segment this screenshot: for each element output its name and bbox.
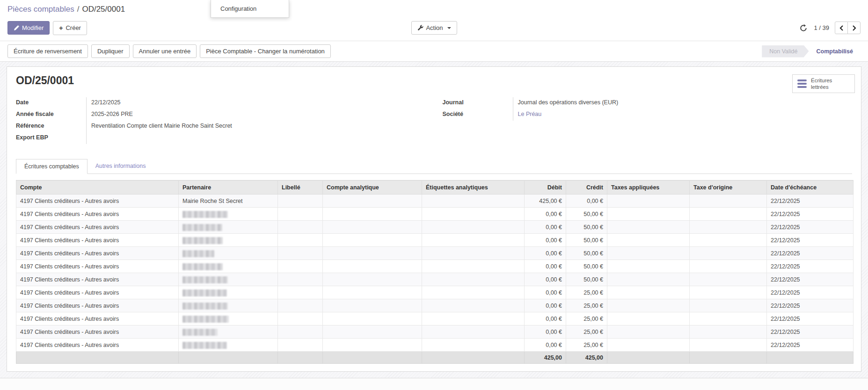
cell-taxes-appliquees: [607, 273, 690, 286]
cell-date-echeance: 22/12/2025: [767, 312, 853, 325]
table-row[interactable]: 4197 Clients créditeurs - Autres avoirsM…: [16, 195, 853, 208]
cell-partenaire: Mairie Roche St Secret: [179, 195, 278, 208]
cell-etiquettes-analytiques: [422, 312, 525, 325]
cell-debit: 0,00 €: [525, 299, 566, 312]
create-button[interactable]: + Créer: [53, 21, 87, 35]
cell-taxe-origine: [690, 208, 767, 221]
redacted-partner: [182, 316, 229, 323]
tab-1[interactable]: Autres informations: [88, 159, 154, 174]
configuration-dropdown-menu: Configuration: [211, 0, 289, 18]
cell-taxe-origine: [690, 247, 767, 260]
modify-button[interactable]: Modifier: [7, 21, 50, 35]
redacted-partner: [182, 329, 218, 336]
total-cell-taxe-origine: [690, 352, 767, 364]
field-value-link[interactable]: Le Préau: [513, 109, 853, 121]
column-header-debit[interactable]: Débit: [525, 181, 566, 195]
statusbar-action-button-3[interactable]: Pièce Comptable - Changer la numérotatio…: [200, 44, 331, 58]
cell-debit: 0,00 €: [525, 273, 566, 286]
cell-compte-analytique: [323, 260, 422, 273]
field-groups: Date22/12/2025Année fiscale2025-2026 PRE…: [16, 97, 852, 144]
lettered-entries-stat-button[interactable]: Écritures lettrées: [792, 74, 855, 93]
cell-debit: 0,00 €: [525, 208, 566, 221]
column-header-credit[interactable]: Crédit: [566, 181, 607, 195]
table-row[interactable]: 4197 Clients créditeurs - Autres avoirs0…: [16, 221, 853, 234]
cell-libelle: [278, 195, 323, 208]
cell-compte: 4197 Clients créditeurs - Autres avoirs: [16, 234, 179, 247]
table-row[interactable]: 4197 Clients créditeurs - Autres avoirs0…: [16, 273, 853, 286]
cell-credit: 25,00 €: [566, 299, 607, 312]
status-step-0[interactable]: Non Validé: [762, 45, 809, 58]
status-step-1[interactable]: Comptabilisé: [809, 45, 861, 58]
cell-date-echeance: 22/12/2025: [767, 339, 853, 352]
cell-date-echeance: 22/12/2025: [767, 234, 853, 247]
cell-partenaire: [179, 273, 278, 286]
tab-0[interactable]: Écritures comptables: [16, 159, 88, 174]
table-row[interactable]: 4197 Clients créditeurs - Autres avoirs0…: [16, 339, 853, 352]
cell-credit: 25,00 €: [566, 339, 607, 352]
table-row[interactable]: 4197 Clients créditeurs - Autres avoirs0…: [16, 260, 853, 273]
cell-compte-analytique: [323, 325, 422, 339]
column-header-etiquettes-analytiques[interactable]: Étiquettes analytiques: [422, 181, 525, 195]
cell-etiquettes-analytiques: [422, 299, 525, 312]
pager-next-button[interactable]: [847, 22, 861, 34]
total-cell-date-echeance: [767, 352, 853, 364]
field-label: Date: [16, 97, 86, 106]
cell-debit: 0,00 €: [525, 221, 566, 234]
field-group-left: Date22/12/2025Année fiscale2025-2026 PRE…: [16, 97, 426, 144]
field-value: 2025-2026 PRE: [86, 109, 426, 121]
cell-date-echeance: 22/12/2025: [767, 299, 853, 312]
column-header-date-echeance[interactable]: Date d'échéance: [767, 181, 853, 195]
notebook-tabs: Écritures comptablesAutres informations: [16, 159, 852, 174]
table-row[interactable]: 4197 Clients créditeurs - Autres avoirs0…: [16, 312, 853, 325]
statusbar-action-button-1[interactable]: Dupliquer: [91, 44, 130, 58]
table-row[interactable]: 4197 Clients créditeurs - Autres avoirs0…: [16, 299, 853, 312]
action-dropdown-button[interactable]: Action: [411, 21, 457, 35]
table-row[interactable]: 4197 Clients créditeurs - Autres avoirs0…: [16, 325, 853, 339]
cell-date-echeance: 22/12/2025: [767, 247, 853, 260]
cell-debit: 0,00 €: [525, 247, 566, 260]
refresh-button[interactable]: [799, 23, 808, 33]
column-header-taxe-origine[interactable]: Taxe d'origine: [690, 181, 767, 195]
refresh-icon: [800, 24, 807, 32]
column-header-libelle[interactable]: Libellé: [278, 181, 323, 195]
pager-value[interactable]: 1 / 39: [814, 24, 829, 31]
cell-credit: 50,00 €: [566, 260, 607, 273]
statusbar-buttons: Écriture de renversementDupliquerAnnuler…: [7, 44, 331, 58]
column-header-compte[interactable]: Compte: [16, 181, 179, 195]
statusbar-action-button-0[interactable]: Écriture de renversement: [7, 44, 88, 58]
column-header-taxes-appliquees[interactable]: Taxes appliquées: [607, 181, 690, 195]
cell-debit: 425,00 €: [525, 195, 566, 208]
field-group-right: JournalJournal des opérations diverses (…: [443, 97, 853, 144]
menu-item-configuration[interactable]: Configuration: [211, 0, 289, 17]
cell-debit: 0,00 €: [525, 312, 566, 325]
cell-partenaire: [179, 325, 278, 339]
table-row[interactable]: 4197 Clients créditeurs - Autres avoirs0…: [16, 208, 853, 221]
cell-debit: 0,00 €: [525, 234, 566, 247]
cell-credit: 50,00 €: [566, 273, 607, 286]
cell-libelle: [278, 299, 323, 312]
wrench-icon: [417, 25, 423, 31]
cell-compte-analytique: [323, 221, 422, 234]
table-row[interactable]: 4197 Clients créditeurs - Autres avoirs0…: [16, 286, 853, 299]
cell-partenaire: [179, 234, 278, 247]
pager-buttons: [835, 22, 861, 34]
cell-libelle: [278, 339, 323, 352]
table-row[interactable]: 4197 Clients créditeurs - Autres avoirs0…: [16, 247, 853, 260]
table-row[interactable]: 4197 Clients créditeurs - Autres avoirs0…: [16, 234, 853, 247]
breadcrumb: Pièces comptables/OD/25/0001: [7, 5, 861, 14]
column-header-partenaire[interactable]: Partenaire: [179, 181, 278, 195]
breadcrumb-parent[interactable]: Pièces comptables: [7, 5, 74, 14]
pager-previous-button[interactable]: [835, 22, 848, 34]
breadcrumb-separator: /: [77, 5, 80, 14]
control-panel-row: Modifier + Créer Action: [7, 21, 861, 35]
cell-taxes-appliquees: [607, 312, 690, 325]
journal-items-table: ComptePartenaireLibelléCompte analytique…: [16, 180, 853, 364]
statusbar-action-button-2[interactable]: Annuler une entrée: [133, 44, 197, 58]
action-button-label: Action: [426, 25, 443, 31]
field-label: Journal: [443, 97, 513, 106]
cell-compte: 4197 Clients créditeurs - Autres avoirs: [16, 221, 179, 234]
cell-partenaire: [179, 299, 278, 312]
cell-taxe-origine: [690, 286, 767, 299]
column-header-compte-analytique[interactable]: Compte analytique: [323, 181, 422, 195]
cell-libelle: [278, 286, 323, 299]
